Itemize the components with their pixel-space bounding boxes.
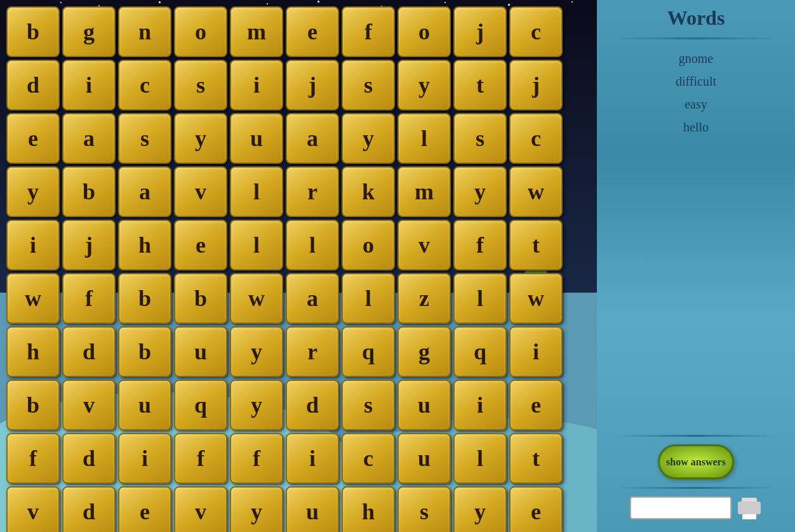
- grid-cell[interactable]: v: [6, 486, 60, 532]
- grid-cell[interactable]: d: [62, 433, 116, 484]
- grid-cell[interactable]: v: [174, 166, 227, 217]
- grid-cell[interactable]: c: [118, 60, 171, 110]
- grid-cell[interactable]: y: [230, 486, 283, 532]
- grid-cell[interactable]: h: [6, 326, 60, 377]
- grid-cell[interactable]: d: [286, 380, 339, 430]
- grid-cell[interactable]: q: [174, 380, 227, 430]
- grid-cell[interactable]: y: [6, 166, 60, 217]
- grid-cell[interactable]: y: [230, 326, 283, 377]
- grid-cell[interactable]: v: [397, 220, 451, 270]
- grid-cell[interactable]: f: [453, 220, 507, 270]
- grid-cell[interactable]: u: [230, 113, 283, 164]
- grid-cell[interactable]: j: [62, 220, 116, 270]
- grid-cell[interactable]: g: [62, 6, 116, 57]
- grid-cell[interactable]: a: [286, 273, 339, 324]
- grid-cell[interactable]: e: [509, 486, 563, 532]
- grid-cell[interactable]: t: [509, 433, 563, 484]
- grid-cell[interactable]: e: [509, 380, 563, 430]
- grid-cell[interactable]: i: [118, 433, 171, 484]
- grid-cell[interactable]: n: [118, 6, 171, 57]
- grid-cell[interactable]: a: [286, 113, 339, 164]
- grid-cell[interactable]: f: [6, 433, 60, 484]
- grid-cell[interactable]: f: [174, 433, 227, 484]
- grid-cell[interactable]: e: [286, 6, 339, 57]
- grid-cell[interactable]: s: [342, 380, 395, 430]
- grid-cell[interactable]: f: [62, 273, 116, 324]
- grid-cell[interactable]: c: [509, 6, 563, 57]
- grid-cell[interactable]: e: [6, 113, 60, 164]
- grid-cell[interactable]: y: [453, 166, 507, 217]
- grid-cell[interactable]: l: [230, 220, 283, 270]
- answer-input[interactable]: [630, 496, 732, 519]
- grid-cell[interactable]: s: [342, 60, 395, 110]
- grid-cell[interactable]: u: [286, 486, 339, 532]
- grid-cell[interactable]: w: [509, 273, 563, 324]
- grid-cell[interactable]: i: [286, 433, 339, 484]
- grid-cell[interactable]: y: [453, 486, 507, 532]
- grid-cell[interactable]: t: [509, 220, 563, 270]
- grid-cell[interactable]: h: [118, 220, 171, 270]
- show-answers-button[interactable]: show answers: [658, 444, 734, 479]
- grid-cell[interactable]: w: [230, 273, 283, 324]
- grid-cell[interactable]: f: [342, 6, 395, 57]
- grid-cell[interactable]: r: [286, 166, 339, 217]
- grid-cell[interactable]: j: [453, 6, 507, 57]
- grid-cell[interactable]: s: [118, 113, 171, 164]
- grid-cell[interactable]: i: [509, 326, 563, 377]
- grid-cell[interactable]: s: [453, 113, 507, 164]
- grid-cell[interactable]: m: [397, 166, 451, 217]
- grid-cell[interactable]: i: [62, 60, 116, 110]
- grid-cell[interactable]: q: [342, 326, 395, 377]
- grid-cell[interactable]: l: [230, 166, 283, 217]
- grid-cell[interactable]: j: [286, 60, 339, 110]
- grid-cell[interactable]: a: [118, 166, 171, 217]
- grid-cell[interactable]: y: [174, 113, 227, 164]
- grid-cell[interactable]: l: [286, 220, 339, 270]
- grid-cell[interactable]: o: [342, 220, 395, 270]
- grid-cell[interactable]: i: [6, 220, 60, 270]
- grid-cell[interactable]: f: [230, 433, 283, 484]
- grid-cell[interactable]: v: [62, 380, 116, 430]
- grid-cell[interactable]: u: [118, 380, 171, 430]
- grid-cell[interactable]: g: [397, 326, 451, 377]
- grid-cell[interactable]: c: [342, 433, 395, 484]
- grid-cell[interactable]: l: [453, 433, 507, 484]
- grid-cell[interactable]: b: [6, 380, 60, 430]
- grid-cell[interactable]: q: [453, 326, 507, 377]
- grid-cell[interactable]: y: [342, 113, 395, 164]
- grid-cell[interactable]: u: [397, 380, 451, 430]
- grid-cell[interactable]: u: [174, 326, 227, 377]
- grid-cell[interactable]: d: [62, 326, 116, 377]
- grid-cell[interactable]: t: [453, 60, 507, 110]
- grid-cell[interactable]: o: [174, 6, 227, 57]
- grid-cell[interactable]: s: [397, 486, 451, 532]
- grid-cell[interactable]: e: [174, 220, 227, 270]
- grid-cell[interactable]: b: [6, 6, 60, 57]
- grid-cell[interactable]: b: [62, 166, 116, 217]
- grid-cell[interactable]: e: [118, 486, 171, 532]
- grid-cell[interactable]: b: [174, 273, 227, 324]
- grid-cell[interactable]: l: [397, 113, 451, 164]
- grid-cell[interactable]: v: [174, 486, 227, 532]
- grid-cell[interactable]: k: [342, 166, 395, 217]
- grid-cell[interactable]: l: [342, 273, 395, 324]
- grid-cell[interactable]: u: [397, 433, 451, 484]
- grid-cell[interactable]: z: [397, 273, 451, 324]
- grid-cell[interactable]: a: [62, 113, 116, 164]
- grid-cell[interactable]: b: [118, 273, 171, 324]
- grid-cell[interactable]: d: [62, 486, 116, 532]
- grid-cell[interactable]: c: [509, 113, 563, 164]
- grid-cell[interactable]: l: [453, 273, 507, 324]
- printer-icon[interactable]: [737, 496, 762, 519]
- grid-cell[interactable]: m: [230, 6, 283, 57]
- grid-cell[interactable]: w: [509, 166, 563, 217]
- grid-cell[interactable]: i: [230, 60, 283, 110]
- grid-cell[interactable]: r: [286, 326, 339, 377]
- grid-cell[interactable]: d: [6, 60, 60, 110]
- grid-cell[interactable]: y: [397, 60, 451, 110]
- grid-cell[interactable]: h: [342, 486, 395, 532]
- grid-cell[interactable]: s: [174, 60, 227, 110]
- grid-cell[interactable]: w: [6, 273, 60, 324]
- grid-cell[interactable]: b: [118, 326, 171, 377]
- grid-cell[interactable]: o: [397, 6, 451, 57]
